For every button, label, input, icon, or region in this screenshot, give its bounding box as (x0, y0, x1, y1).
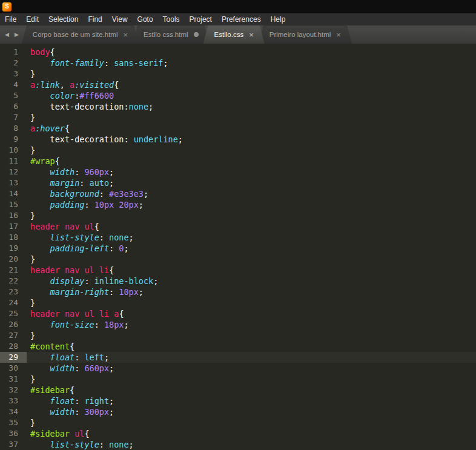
code-line[interactable]: 10} (0, 145, 476, 156)
code-line[interactable]: 16} (0, 210, 476, 221)
code-line[interactable]: 31} (0, 374, 476, 385)
code-line[interactable]: 4a:link, a:visited{ (0, 79, 476, 90)
line-number[interactable]: 27 (0, 330, 27, 341)
line-number[interactable]: 29 (0, 352, 27, 363)
tab-scroll-left-icon[interactable]: ◀ (5, 31, 9, 38)
line-number[interactable]: 13 (0, 177, 27, 188)
line-number[interactable]: 36 (0, 428, 27, 439)
line-number[interactable]: 31 (0, 374, 27, 385)
code-line[interactable]: 9 text-decoration: underline; (0, 134, 476, 145)
line-number[interactable]: 33 (0, 395, 27, 406)
tab-corpo-base-de-um-site-html[interactable]: Corpo base de um site.html× (22, 25, 139, 44)
menu-item-goto[interactable]: Goto (133, 13, 158, 25)
code-line[interactable]: 1body{ (0, 47, 476, 58)
line-number[interactable]: 1 (0, 47, 27, 58)
line-number[interactable]: 11 (0, 156, 27, 167)
tab-close-icon[interactable]: × (249, 31, 254, 39)
code-line[interactable]: 21header nav ul li{ (0, 265, 476, 276)
line-number[interactable]: 8 (0, 123, 27, 134)
line-number[interactable]: 24 (0, 297, 27, 308)
code-line[interactable]: 32#sidebar{ (0, 385, 476, 395)
line-number[interactable]: 34 (0, 406, 27, 417)
line-number[interactable]: 7 (0, 112, 27, 123)
line-number[interactable]: 37 (0, 439, 27, 450)
token-pln (70, 429, 74, 438)
code-line[interactable]: 22 display: inline-block; (0, 276, 476, 286)
line-number[interactable]: 3 (0, 68, 27, 79)
code-line[interactable]: 6 text-decoration:none; (0, 101, 476, 112)
code-line[interactable]: 26 font-size: 18px; (0, 319, 476, 330)
code-line[interactable]: 12 width: 960px; (0, 167, 476, 177)
tab-close-icon[interactable]: × (123, 31, 128, 39)
line-number[interactable]: 30 (0, 363, 27, 374)
line-number[interactable]: 16 (0, 210, 27, 221)
token-pln: } (30, 374, 35, 384)
code-line[interactable]: 27} (0, 330, 476, 341)
code-line[interactable]: 25header nav ul li a{ (0, 308, 476, 319)
line-number[interactable]: 23 (0, 286, 27, 297)
menu-item-tools[interactable]: Tools (158, 13, 185, 25)
line-number[interactable]: 32 (0, 385, 27, 395)
menu-item-view[interactable]: View (107, 13, 133, 25)
line-number[interactable]: 18 (0, 232, 27, 243)
code-line[interactable]: 7} (0, 112, 476, 123)
menu-item-help[interactable]: Help (266, 13, 291, 25)
code-line[interactable]: 30 width: 660px; (0, 363, 476, 374)
code-line[interactable]: 19 padding-left: 0; (0, 243, 476, 254)
code-line[interactable]: 35} (0, 417, 476, 428)
line-number[interactable]: 12 (0, 167, 27, 177)
line-number[interactable]: 6 (0, 101, 27, 112)
tab-scroll-right-icon[interactable]: ▶ (15, 31, 19, 38)
line-number[interactable]: 25 (0, 308, 27, 319)
token-pln: } (30, 145, 35, 155)
code-line[interactable]: 13 margin: auto; (0, 177, 476, 188)
line-number[interactable]: 26 (0, 319, 27, 330)
code-line[interactable]: 11#wrap{ (0, 156, 476, 167)
code-line[interactable]: 36#sidebar ul{ (0, 428, 476, 439)
code-line[interactable]: 17header nav ul{ (0, 221, 476, 232)
line-number[interactable]: 20 (0, 254, 27, 265)
line-number[interactable]: 22 (0, 276, 27, 286)
tab-modified-icon[interactable] (194, 32, 199, 37)
code-line[interactable]: 18 list-style: none; (0, 232, 476, 243)
code-line[interactable]: 5 color:#ff6600 (0, 90, 476, 101)
line-number[interactable]: 17 (0, 221, 27, 232)
line-number[interactable]: 2 (0, 58, 27, 68)
line-number[interactable]: 28 (0, 341, 27, 352)
editor[interactable]: 1body{2 font-family: sans-serif;3}4a:lin… (0, 44, 476, 450)
line-number[interactable]: 19 (0, 243, 27, 254)
code-line[interactable]: 2 font-family: sans-serif; (0, 58, 476, 68)
code-line[interactable]: 15 padding: 10px 20px; (0, 199, 476, 210)
line-number[interactable]: 5 (0, 90, 27, 101)
line-number[interactable]: 15 (0, 199, 27, 210)
code-line[interactable]: 23 margin-right: 10px; (0, 286, 476, 297)
code-line[interactable]: 8a:hover{ (0, 123, 476, 134)
tab-estilo-css-html[interactable]: Estilo css.html (133, 25, 210, 44)
menu-item-selection[interactable]: Selection (44, 13, 83, 25)
token-sel: li (99, 309, 109, 319)
line-number[interactable]: 10 (0, 145, 27, 156)
code-line[interactable]: 29 float: left; (0, 352, 476, 363)
menu-item-find[interactable]: Find (83, 13, 107, 25)
tab-estilo-css[interactable]: Estilo.css× (203, 25, 265, 44)
menu-item-preferences[interactable]: Preferences (217, 13, 266, 25)
tab-primeiro-layout-html[interactable]: Primeiro layout.html× (259, 25, 352, 44)
code-line[interactable]: 20} (0, 254, 476, 265)
menu-item-edit[interactable]: Edit (21, 13, 44, 25)
line-number[interactable]: 4 (0, 79, 27, 90)
code-line[interactable]: 33 float: right; (0, 395, 476, 406)
menu-item-file[interactable]: File (0, 13, 21, 25)
line-number[interactable]: 14 (0, 188, 27, 199)
line-number[interactable]: 9 (0, 134, 27, 145)
line-number[interactable]: 35 (0, 417, 27, 428)
code-line[interactable]: 14 background: #e3e3e3; (0, 188, 476, 199)
code-line[interactable]: 24} (0, 297, 476, 308)
line-number[interactable]: 21 (0, 265, 27, 276)
menu-item-project[interactable]: Project (185, 13, 217, 25)
code-line[interactable]: 3} (0, 68, 476, 79)
code-line[interactable]: 37 list-style: none; (0, 439, 476, 450)
tab-close-icon[interactable]: × (336, 31, 341, 39)
code-line[interactable]: 34 width: 300px; (0, 406, 476, 417)
token-pln: } (30, 69, 35, 79)
code-line[interactable]: 28#content{ (0, 341, 476, 352)
